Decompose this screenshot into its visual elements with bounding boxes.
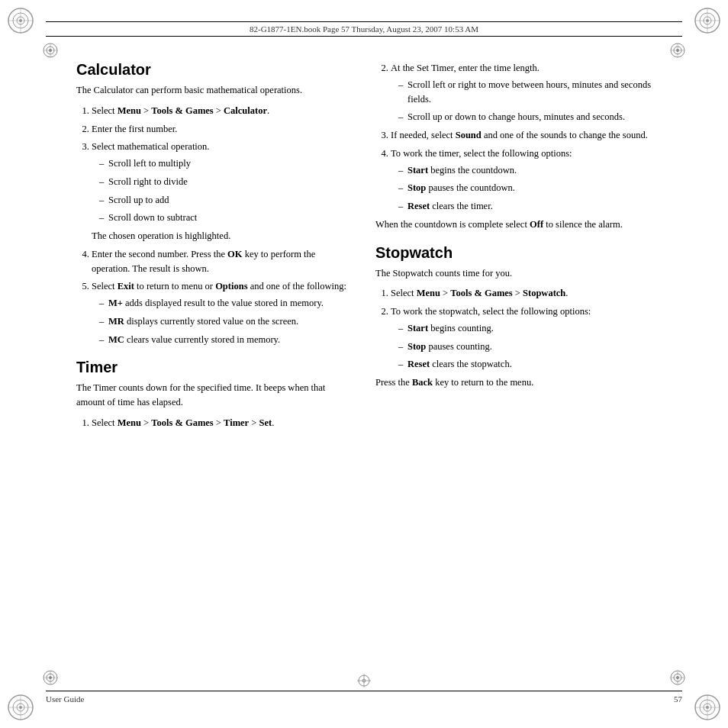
calculator-ok-key: OK xyxy=(227,249,242,259)
calculator-steps: Select Menu > Tools & Games > Calculator… xyxy=(76,104,353,347)
timer-stop: Stop pauses the countdown. xyxy=(398,181,652,195)
stopwatch-closing: Press the Back key to return to the menu… xyxy=(375,375,652,390)
stopwatch-reset: Reset clears the stopwatch. xyxy=(398,357,652,372)
timer-closing: When the countdown is complete select Of… xyxy=(375,217,652,232)
calculator-step-1: Select Menu > Tools & Games > Calculator… xyxy=(92,104,353,118)
calculator-step-3: Select mathematical operation. Scroll le… xyxy=(92,140,353,243)
large-spiral-top-right-icon xyxy=(693,6,722,35)
timer-start: Start begins the countdown. xyxy=(398,163,652,178)
page: 82-G1877-1EN.book Page 57 Thursday, Augu… xyxy=(0,0,728,728)
timer-steps: Select Menu > Tools & Games > Timer > Se… xyxy=(76,416,353,430)
timer-steps-continued: At the Set Timer, enter the time length.… xyxy=(375,61,652,214)
large-spiral-top-left-icon xyxy=(6,6,35,35)
stopwatch-step-2: To work the stopwatch, select the follow… xyxy=(391,304,652,372)
timer-heading: Timer xyxy=(76,359,353,376)
calculator-step1-calc: Calculator xyxy=(224,105,267,116)
timer-step1-set: Set xyxy=(259,417,272,428)
timer-intro: The Timer counts down for the specified … xyxy=(76,381,353,410)
calculator-heading: Calculator xyxy=(76,61,353,79)
stopwatch-step2-list: Start begins counting. Stop pauses count… xyxy=(391,321,652,372)
calculator-step1-menu: Menu xyxy=(118,105,141,116)
calculator-mr: MR displays currently stored value on th… xyxy=(99,314,353,329)
crosshair-bottom-center-icon xyxy=(356,673,372,688)
calculator-step3-item4: Scroll down to subtract xyxy=(99,211,353,225)
calculator-step3-list: Scroll left to multiply Scroll right to … xyxy=(92,156,353,225)
timer-step2-item2: Scroll up or down to change hours, minut… xyxy=(398,110,652,124)
timer-step2-list: Scroll left or right to move between hou… xyxy=(391,78,652,124)
main-content: Calculator The Calculator can perform ba… xyxy=(76,61,652,667)
large-spiral-bottom-left-icon xyxy=(6,693,35,722)
calculator-m-plus: M+ adds displayed result to the value st… xyxy=(99,296,353,311)
timer-off: Off xyxy=(530,219,543,230)
spiral-top-left-icon xyxy=(42,42,59,59)
calculator-options: Options xyxy=(215,281,247,292)
calculator-mc: MC clears value currently stored in memo… xyxy=(99,333,353,347)
timer-step2-item1: Scroll left or right to move between hou… xyxy=(398,78,652,107)
timer-step1-timer: Timer xyxy=(224,417,249,428)
calculator-step-5: Select Exit to return to menu or Options… xyxy=(92,279,353,346)
top-bar: 82-G1877-1EN.book Page 57 Thursday, Augu… xyxy=(46,21,682,37)
bottom-bar: User Guide 57 xyxy=(46,691,682,707)
timer-step-3: If needed, select Sound and one of the s… xyxy=(391,128,652,143)
footer-left-label: User Guide xyxy=(46,694,84,704)
calculator-step3-item1: Scroll left to multiply xyxy=(99,156,353,171)
timer-step-1: Select Menu > Tools & Games > Timer > Se… xyxy=(92,416,353,430)
right-column: At the Set Timer, enter the time length.… xyxy=(375,61,652,667)
timer-step1-menu: Menu xyxy=(118,417,141,428)
timer-step4-list: Start begins the countdown. Stop pauses … xyxy=(391,163,652,214)
timer-step1-tools: Tools & Games xyxy=(151,417,214,428)
calculator-step1-tools: Tools & Games xyxy=(151,105,214,116)
large-spiral-bottom-right-icon xyxy=(693,693,722,722)
stopwatch-step1-menu: Menu xyxy=(417,288,440,298)
calculator-step-2: Enter the first number. xyxy=(92,122,353,137)
calculator-step3-item3: Scroll up to add xyxy=(99,193,353,208)
calculator-step3-note: The chosen operation is highlighted. xyxy=(92,229,353,243)
calculator-step3-item2: Scroll right to divide xyxy=(99,175,353,189)
calculator-step-4: Enter the second number. Press the OK ke… xyxy=(92,247,353,276)
stopwatch-intro: The Stopwatch counts time for you. xyxy=(375,266,652,281)
timer-sound: Sound xyxy=(456,130,482,140)
stopwatch-steps: Select Menu > Tools & Games > Stopwatch.… xyxy=(375,286,652,372)
stopwatch-step-1: Select Menu > Tools & Games > Stopwatch. xyxy=(391,286,652,301)
spiral-bottom-left-icon xyxy=(42,669,59,686)
calculator-exit: Exit xyxy=(118,281,134,292)
stopwatch-back: Back xyxy=(412,377,433,388)
book-reference: 82-G1877-1EN.book Page 57 Thursday, Augu… xyxy=(250,24,478,34)
spiral-bottom-right-icon xyxy=(669,669,686,686)
stopwatch-step1-tools: Tools & Games xyxy=(450,288,513,298)
stopwatch-start: Start begins counting. xyxy=(398,321,652,336)
footer-right-label: 57 xyxy=(674,694,682,704)
stopwatch-heading: Stopwatch xyxy=(375,244,652,262)
left-column: Calculator The Calculator can perform ba… xyxy=(76,61,353,667)
stopwatch-step1-sw: Stopwatch xyxy=(523,288,565,298)
timer-step-2: At the Set Timer, enter the time length.… xyxy=(391,61,652,124)
calculator-step5-list: M+ adds displayed result to the value st… xyxy=(92,296,353,346)
timer-reset: Reset clears the timer. xyxy=(398,199,652,214)
calculator-intro: The Calculator can perform basic mathema… xyxy=(76,83,353,98)
timer-step-4: To work the timer, select the following … xyxy=(391,147,652,214)
spiral-top-right-icon xyxy=(669,42,686,59)
stopwatch-stop: Stop pauses counting. xyxy=(398,340,652,354)
